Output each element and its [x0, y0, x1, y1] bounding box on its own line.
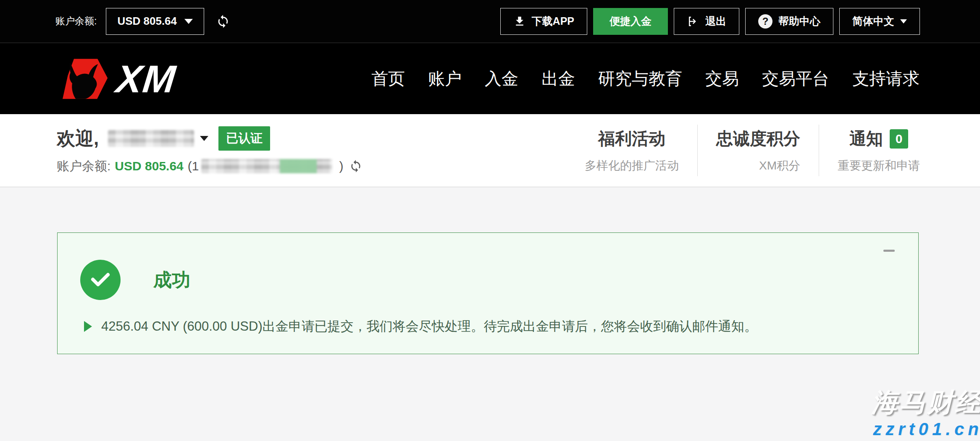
- download-app-button[interactable]: 下载APP: [500, 8, 587, 35]
- logout-icon: [687, 15, 699, 28]
- notifications-title: 通知: [849, 127, 883, 150]
- account-number-close: ): [339, 159, 343, 173]
- collapse-minus-icon[interactable]: [883, 250, 895, 252]
- loyalty-title: 忠诚度积分: [716, 127, 800, 150]
- help-center-label: 帮助中心: [778, 14, 820, 28]
- topbar-actions: 下载APP 便捷入金 退出 ? 帮助中心 简体中文: [500, 8, 920, 35]
- account-number-open: (1: [188, 159, 199, 173]
- main-nav-menu: 首页 账户 入金 出金 研究与教育 交易 交易平台 支持请求: [371, 67, 920, 90]
- nav-item-account[interactable]: 账户: [428, 67, 462, 90]
- balance-label: 账户余额:: [55, 15, 97, 28]
- page-content: 成功 4256.04 CNY (600.00 USD)出金申请已提交，我们将会尽…: [0, 187, 980, 441]
- nav-item-support[interactable]: 支持请求: [852, 67, 920, 90]
- loyalty-points-link[interactable]: 忠诚度积分 XM积分: [697, 125, 819, 176]
- promotions-title: 福利活动: [585, 127, 679, 150]
- user-menu-chevron-icon[interactable]: [200, 136, 208, 141]
- account-balance-dropdown[interactable]: USD 805.64: [106, 8, 204, 35]
- watermark-title: 海马财经: [872, 385, 980, 420]
- chevron-down-icon: [900, 19, 907, 23]
- nav-item-deposit[interactable]: 入金: [485, 67, 518, 90]
- logout-button[interactable]: 退出: [674, 8, 739, 35]
- balance-value: USD 805.64: [117, 15, 177, 28]
- help-center-button[interactable]: ? 帮助中心: [745, 8, 833, 35]
- promotions-subtitle: 多样化的推广活动: [585, 158, 679, 174]
- watermark-url: zzrt01.cn: [872, 419, 980, 439]
- account-balance-value: USD 805.64: [115, 159, 183, 173]
- site-watermark: 海马财经 zzrt01.cn: [872, 385, 980, 439]
- language-label: 简体中文: [852, 14, 894, 28]
- xm-bull-icon: [57, 57, 112, 101]
- triangle-bullet-icon: [84, 321, 92, 332]
- logout-label: 退出: [705, 14, 726, 28]
- chevron-down-icon: [184, 19, 193, 24]
- promotions-link[interactable]: 福利活动 多样化的推广活动: [566, 125, 697, 176]
- nav-item-research-education[interactable]: 研究与教育: [598, 67, 682, 90]
- download-app-label: 下载APP: [532, 14, 574, 28]
- quick-deposit-button[interactable]: 便捷入金: [593, 8, 668, 35]
- quick-deposit-label: 便捷入金: [610, 14, 652, 28]
- main-navbar: XM 首页 账户 入金 出金 研究与教育 交易 交易平台 支持请求: [0, 43, 980, 114]
- nav-item-trading[interactable]: 交易: [705, 67, 739, 90]
- refresh-balance-icon[interactable]: [349, 159, 363, 173]
- welcome-quick-links: 福利活动 多样化的推广活动 忠诚度积分 XM积分 通知 0 重要更新和申请: [566, 125, 920, 176]
- account-balance-label: 账户余额:: [57, 158, 110, 175]
- greeting-text: 欢迎,: [57, 126, 99, 151]
- notifications-subtitle: 重要更新和申请: [838, 158, 920, 174]
- welcome-info: 欢迎, 已认证 账户余额: USD 805.64 (1 ): [57, 126, 363, 175]
- notifications-link[interactable]: 通知 0 重要更新和申请: [819, 125, 920, 176]
- notifications-count-badge: 0: [890, 129, 908, 149]
- nav-item-home[interactable]: 首页: [371, 67, 405, 90]
- top-utility-bar: 账户余额: USD 805.64 下载APP 便捷入金 退出 ? 帮助中心: [0, 0, 980, 43]
- welcome-strip: 欢迎, 已认证 账户余额: USD 805.64 (1 ) 福利活动 多样化的推…: [0, 114, 980, 187]
- refresh-icon[interactable]: [216, 14, 230, 29]
- success-alert: 成功 4256.04 CNY (600.00 USD)出金申请已提交，我们将会尽…: [57, 232, 919, 354]
- help-icon: ?: [758, 14, 772, 29]
- xm-logo[interactable]: XM: [57, 57, 176, 101]
- nav-item-withdrawal[interactable]: 出金: [541, 67, 575, 90]
- success-check-icon: [80, 260, 121, 300]
- download-icon: [513, 15, 526, 28]
- alert-message: 4256.04 CNY (600.00 USD)出金申请已提交，我们将会尽快处理…: [101, 318, 757, 335]
- nav-item-platforms[interactable]: 交易平台: [762, 67, 829, 90]
- username-redacted: [108, 130, 194, 147]
- verified-status-badge: 已认证: [218, 126, 270, 151]
- xm-logo-text: XM: [114, 60, 178, 98]
- account-number-redacted: [201, 159, 332, 173]
- alert-title: 成功: [153, 268, 190, 292]
- language-dropdown[interactable]: 简体中文: [839, 8, 920, 35]
- loyalty-subtitle: XM积分: [716, 158, 800, 174]
- balance-group: 账户余额: USD 805.64: [55, 8, 230, 35]
